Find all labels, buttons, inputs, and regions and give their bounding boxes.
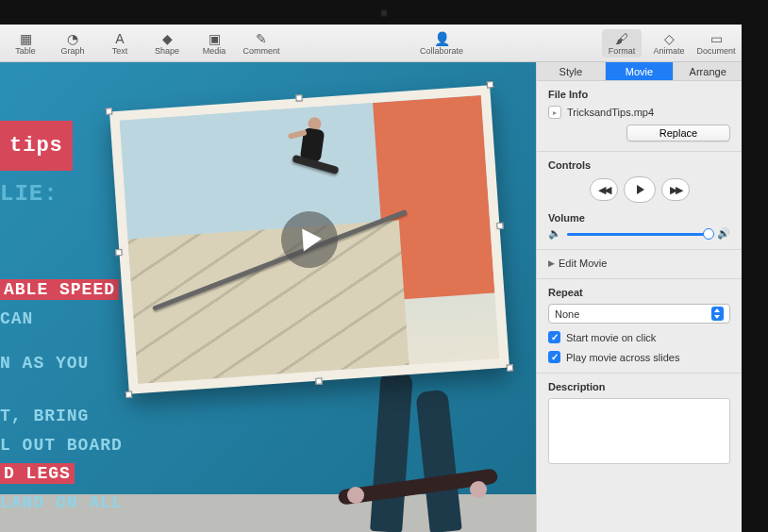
resize-handle[interactable] [487, 81, 493, 88]
checkbox-play-across-slides[interactable] [548, 351, 560, 363]
tool-graph[interactable]: ◔ Graph [53, 29, 92, 58]
tool-label: Text [112, 46, 128, 56]
description-heading: Description [548, 381, 730, 392]
edit-movie-label: Edit Movie [559, 258, 607, 269]
edit-movie-disclosure[interactable]: ▶ Edit Movie [548, 258, 730, 269]
play-icon [637, 185, 644, 194]
text-span: L OUT BOARD [0, 436, 123, 455]
play-button[interactable] [624, 176, 656, 203]
graph-icon: ◔ [67, 31, 78, 46]
tool-label: Animate [653, 46, 684, 56]
tool-label: Comment [242, 46, 279, 56]
slide-canvas[interactable]: tips LIE: ABLE SPEED CAN N AS YOU T, BRI… [0, 62, 536, 532]
highlight-span: D LEGS [0, 463, 75, 484]
file-name: TricksandTips.mp4 [567, 107, 654, 118]
section-edit-movie: ▶ Edit Movie [537, 250, 742, 279]
resize-handle[interactable] [106, 108, 112, 114]
tool-document[interactable]: ▭ Document [696, 29, 736, 58]
tool-label: Format [609, 46, 636, 56]
volume-slider[interactable] [567, 228, 711, 240]
tool-label: Shape [155, 46, 179, 56]
media-icon: ▣ [209, 31, 221, 46]
resize-handle[interactable] [496, 223, 503, 229]
shape-icon: ◆ [162, 31, 173, 46]
text-span: LAND ON ALL [0, 493, 123, 512]
volume-heading: Volume [548, 212, 730, 224]
file-icon: ▸ [548, 106, 561, 119]
collaborate-icon: 👤 [434, 31, 450, 46]
tool-label: Media [203, 46, 226, 56]
section-controls: Controls ◀◀ ▶▶ Volume 🔈 🔊 [537, 152, 742, 250]
movie-thumbnail [120, 95, 500, 384]
highlight-span: ABLE SPEED [0, 279, 119, 300]
tab-arrange[interactable]: Arrange [674, 62, 742, 80]
text-span: N AS YOU [0, 354, 89, 373]
text-icon: A [115, 31, 124, 46]
movie-object[interactable] [109, 85, 509, 393]
resize-handle[interactable] [315, 377, 322, 384]
repeat-select[interactable]: None [548, 304, 730, 324]
forward-button[interactable]: ▶▶ [661, 178, 690, 201]
checkbox-start-on-click[interactable] [548, 331, 560, 343]
tool-label: Document [696, 46, 735, 56]
animate-icon: ◇ [664, 31, 675, 46]
speaker-low-icon: 🔈 [548, 227, 561, 240]
resize-handle[interactable] [115, 249, 122, 256]
resize-handle[interactable] [507, 364, 513, 371]
inspector-panel: Style Movie Arrange File Info ▸ Tricksan… [536, 62, 742, 532]
comment-icon: ✎ [256, 31, 267, 46]
format-icon: 🖌 [615, 31, 628, 46]
tool-shape[interactable]: ◆ Shape [147, 29, 187, 58]
table-icon: ▦ [20, 31, 32, 46]
toolbar: ▦ Table ◔ Graph A Text ◆ Shape ▣ Media ✎… [0, 25, 742, 62]
tool-comment[interactable]: ✎ Comment [242, 29, 281, 58]
replace-button[interactable]: Replace [626, 125, 730, 141]
section-file-info: File Info ▸ TricksandTips.mp4 Replace [537, 81, 742, 152]
tool-collaborate[interactable]: 👤 Collaborate [422, 29, 461, 58]
text-span: CAN [0, 309, 33, 328]
start-on-click-label: Start movie on click [566, 332, 656, 343]
toolbar-left-group: ▦ Table ◔ Graph A Text ◆ Shape ▣ Media ✎… [6, 29, 281, 58]
description-textarea[interactable] [548, 398, 730, 464]
play-across-label: Play movie across slides [566, 352, 679, 363]
text-span: T, BRING [0, 407, 89, 425]
slide-text-block1: ABLE SPEED CAN [0, 275, 119, 333]
slide-text-block3: T, BRING L OUT BOARD D LEGS LAND ON ALL [0, 402, 123, 517]
tool-text[interactable]: A Text [100, 29, 140, 58]
file-info-heading: File Info [548, 89, 730, 100]
repeat-heading: Repeat [548, 287, 730, 298]
tool-animate[interactable]: ◇ Animate [649, 29, 689, 58]
tool-label: Collaborate [420, 46, 463, 56]
tab-movie[interactable]: Movie [606, 62, 675, 80]
rewind-icon: ◀◀ [598, 184, 609, 196]
rewind-button[interactable]: ◀◀ [590, 178, 618, 201]
resize-handle[interactable] [295, 94, 302, 101]
tool-format[interactable]: 🖌 Format [602, 29, 642, 58]
tool-table[interactable]: ▦ Table [6, 29, 45, 58]
section-description: Description [537, 374, 742, 474]
stepper-icon [711, 307, 724, 321]
tool-label: Graph [60, 46, 84, 56]
toolbar-right-group: 🖌 Format ◇ Animate ▭ Document [602, 29, 736, 58]
slide-text-lie: LIE: [0, 175, 58, 214]
tool-label: Table [15, 46, 36, 56]
forward-icon: ▶▶ [670, 184, 681, 196]
section-repeat: Repeat None Start movie on click Play mo… [537, 279, 742, 374]
controls-heading: Controls [548, 159, 730, 171]
resize-handle[interactable] [125, 391, 132, 398]
inspector-tabs: Style Movie Arrange [537, 62, 742, 81]
chevron-right-icon: ▶ [548, 258, 555, 268]
tab-style[interactable]: Style [537, 62, 606, 80]
repeat-value: None [555, 308, 579, 320]
tool-media[interactable]: ▣ Media [194, 29, 234, 58]
slide-text-block2: N AS YOU [0, 349, 89, 378]
speaker-high-icon: 🔊 [717, 227, 730, 240]
document-icon: ▭ [710, 31, 723, 46]
title-chip: tips [0, 121, 73, 171]
